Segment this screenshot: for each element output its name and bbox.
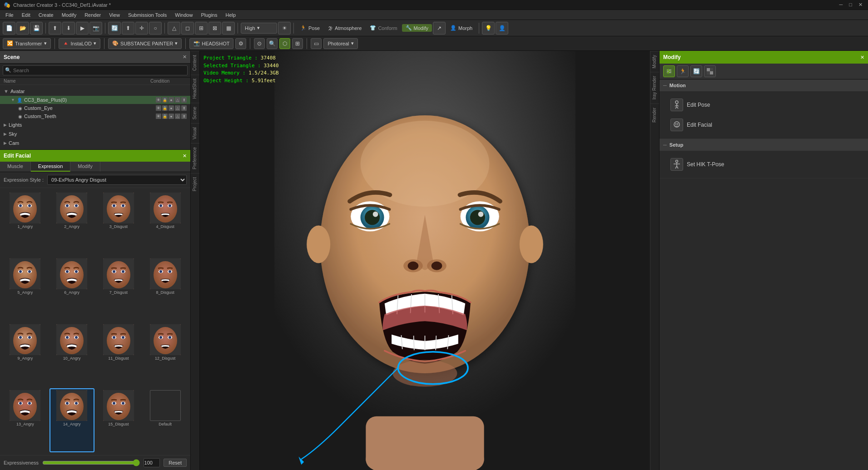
menu-window[interactable]: Window	[171, 11, 196, 19]
right-tab-modify[interactable]: Modify	[650, 51, 659, 72]
frame-icon[interactable]: ▭	[311, 38, 322, 49]
expr-item-15_Disgust[interactable]: 15_Disgust	[96, 388, 141, 452]
instalod-btn[interactable]: 🔺 InstaLOD ▾	[59, 38, 100, 49]
side-tab-headshot[interactable]: HeadShot	[191, 74, 199, 102]
side-tab-visual[interactable]: Visual	[191, 123, 199, 143]
new-btn[interactable]: 📄	[3, 22, 15, 35]
camera-icon[interactable]: 🔍	[267, 38, 278, 49]
camera-btn[interactable]: 📷	[89, 22, 102, 35]
menu-modify[interactable]: Modify	[58, 11, 80, 19]
tree-avatar-group[interactable]: ▼ Avatar	[0, 87, 190, 96]
expr-item-6_Angry[interactable]: 6_Angry	[50, 257, 94, 321]
expr-item-4_Disgust[interactable]: 4_Disgust	[143, 191, 188, 255]
side-tab-scene[interactable]: Scene	[191, 103, 199, 123]
open-btn[interactable]: 📂	[16, 22, 29, 35]
headshot-settings[interactable]: ⚙	[235, 38, 246, 49]
expressiveness-slider[interactable]	[42, 459, 140, 466]
search-input[interactable]	[3, 65, 188, 75]
view3-btn[interactable]: ⊞	[195, 22, 208, 35]
tab-expression[interactable]: Expression	[31, 162, 70, 172]
view4-btn[interactable]: ⊠	[208, 22, 221, 35]
expr-item-8_Disgust[interactable]: 8_Disgust	[143, 257, 188, 321]
modify-icon-pose[interactable]: 🏃	[677, 65, 689, 77]
menu-plugins[interactable]: Plugins	[197, 11, 221, 19]
modify-icon-swap[interactable]: 🔄	[690, 65, 702, 77]
tree-item-cc3base[interactable]: ▼ 👤 CC3_Base_Plus(0) 👁 🔒 ● △ ⬆	[0, 96, 190, 104]
expression-style-select[interactable]: 09-ExPlus Angry Disgust	[47, 175, 187, 185]
side-tab-project[interactable]: Project	[191, 173, 199, 195]
orbit-icon[interactable]: ⊙	[254, 38, 265, 49]
expressiveness-value[interactable]	[144, 458, 160, 467]
modify-icon-checker[interactable]	[704, 65, 716, 77]
expr-item-3_Disgust[interactable]: 3_Disgust	[96, 191, 141, 255]
wireframe-icon[interactable]: ⬡	[279, 38, 290, 49]
play-btn[interactable]: ▶	[76, 22, 89, 35]
expr-item-10_Angry[interactable]: 10_Angry	[50, 322, 94, 386]
modify-btn[interactable]: 🔧 Modify	[402, 24, 432, 32]
menu-view[interactable]: View	[105, 11, 124, 19]
menu-help[interactable]: Help	[222, 11, 239, 19]
photoreal-dropdown[interactable]: Photoreal ▾	[323, 38, 357, 49]
close-btn[interactable]: ✕	[857, 2, 864, 8]
move-btn[interactable]: ✛	[135, 22, 148, 35]
setup-section-header[interactable]: ─ Setup	[660, 139, 868, 151]
orbit-btn[interactable]: ○	[149, 22, 162, 35]
edit-facial-close[interactable]: ✕	[183, 153, 187, 159]
minimize-btn[interactable]: ─	[838, 2, 845, 8]
tab-modify[interactable]: Modify	[70, 162, 100, 172]
atmosphere-btn[interactable]: 🌫 Atmosphere	[324, 25, 365, 32]
expr-item-Default[interactable]: Default	[143, 388, 188, 452]
edit-pose-btn[interactable]: Edit Pose	[663, 95, 864, 115]
extra2-btn[interactable]: 👤	[496, 22, 508, 35]
grid-icon[interactable]: ⊞	[292, 38, 303, 49]
expr-item-2_Angry[interactable]: 2_Angry	[50, 191, 94, 255]
expr-item-5_Angry[interactable]: 5_Angry	[3, 257, 48, 321]
expr-item-14_Angry[interactable]: 14_Angry	[50, 388, 94, 452]
tree-lights[interactable]: ▶ Lights	[0, 120, 190, 129]
menu-submission-tools[interactable]: Submission Tools	[124, 11, 170, 19]
extra1-btn[interactable]: 💡	[482, 22, 495, 35]
motion-section-header[interactable]: ─ Motion	[660, 79, 868, 91]
morph-btn[interactable]: 👤 Morph	[446, 24, 476, 32]
menu-create[interactable]: Create	[35, 11, 57, 19]
tree-cam[interactable]: ▶ Cam	[0, 139, 190, 148]
expr-item-12_Disgust[interactable]: 12_Disgust	[143, 322, 188, 386]
substance-btn[interactable]: 🎨 SUBSTANCE PAINTER ▾	[108, 38, 182, 49]
tab-muscle[interactable]: Muscle	[0, 162, 31, 172]
viewport[interactable]: Project Triangle : 37408 Selected Triang…	[200, 51, 650, 470]
sun-btn[interactable]: ☀	[278, 22, 291, 35]
modify-extra1[interactable]: ↗	[433, 22, 446, 35]
maximize-btn[interactable]: □	[847, 2, 854, 8]
expr-item-9_Angry[interactable]: 9_Angry	[3, 322, 48, 386]
export-btn[interactable]: ⬇	[62, 22, 75, 35]
menu-edit[interactable]: Edit	[18, 11, 34, 19]
import-btn[interactable]: ⬆	[49, 22, 61, 35]
view2-btn[interactable]: ◻	[181, 22, 194, 35]
reset-button[interactable]: Reset	[164, 459, 187, 467]
scene-close-icon[interactable]: ✕	[183, 54, 187, 60]
right-tab-render[interactable]: Render	[650, 104, 659, 126]
pose-btn[interactable]: 🏃 Pose	[297, 24, 323, 32]
menu-file[interactable]: File	[2, 11, 17, 19]
side-tab-preference[interactable]: Preference	[191, 143, 199, 173]
modify-icon-sliders[interactable]	[663, 65, 675, 77]
tree-item-custom-teeth[interactable]: ◉ Custom_Teeth 👁 🔒 ● △ ⬆	[0, 112, 190, 120]
conform-btn[interactable]: 👕 Conform	[366, 24, 401, 32]
select-btn[interactable]: ⬆	[122, 22, 134, 35]
save-btn[interactable]: 💾	[30, 22, 43, 35]
tree-sky[interactable]: ▶ Sky	[0, 129, 190, 139]
grid-btn[interactable]: ▦	[222, 22, 235, 35]
set-hik-tpose-btn[interactable]: Set HIK T-Pose	[663, 154, 864, 174]
side-tab-content[interactable]: Content	[191, 51, 199, 74]
rotate-btn[interactable]: 🔄	[108, 22, 121, 35]
expr-item-11_Disgust[interactable]: 11_Disgust	[96, 322, 141, 386]
modify-panel-close[interactable]: ✕	[860, 54, 864, 60]
expr-item-1_Angry[interactable]: 1_Angry	[3, 191, 48, 255]
expr-item-13_Angry[interactable]: 13_Angry	[3, 388, 48, 452]
view1-btn[interactable]: △	[168, 22, 180, 35]
edit-facial-btn[interactable]: Edit Facial	[663, 115, 864, 135]
transformer-btn[interactable]: 🔀 Transformer ▾	[3, 38, 51, 49]
quality-dropdown[interactable]: High ▾	[241, 23, 277, 34]
headshot-btn[interactable]: 📸 HEADSHOT	[189, 38, 233, 49]
expr-item-7_Disgust[interactable]: 7_Disgust	[96, 257, 141, 321]
